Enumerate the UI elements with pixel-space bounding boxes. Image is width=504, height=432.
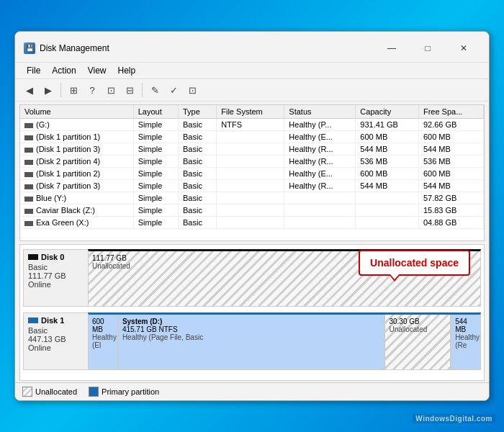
legend-primary-label: Primary partition — [102, 387, 159, 396]
disk-0-size: 111.77 GB — [28, 271, 84, 280]
maximize-button[interactable]: □ — [411, 37, 444, 59]
toolbar: ◀ ▶ ⊞ ? ⊡ ⊟ ✎ ✓ ⊡ — [15, 79, 489, 102]
minimize-button[interactable]: — — [375, 37, 408, 59]
disk-0-name: Disk 0 — [41, 253, 64, 261]
format-button[interactable]: ✎ — [146, 82, 163, 98]
menu-view[interactable]: View — [82, 64, 112, 77]
disk-visual-container: Unallocated space Disk 0 Basic 111.77 GB — [19, 244, 485, 381]
back-button[interactable]: ◀ — [21, 82, 38, 98]
col-volume: Volume — [20, 105, 133, 119]
table-row[interactable]: Caviar Black (Z:) Simple Basic 15.83 GB — [20, 204, 484, 217]
window-controls: — □ ✕ — [375, 37, 480, 59]
legend-unallocated: Unallocated — [22, 387, 77, 397]
volume-table-area[interactable]: Volume Layout Type File System Status Ca… — [19, 104, 485, 241]
table-row[interactable]: Blue (Y:) Simple Basic 57.82 GB — [20, 192, 484, 204]
disk-1-partitions: 600 MB Healthy (El System (D:) 415.71 GB… — [88, 312, 481, 370]
callout-text: Unallocated space — [370, 257, 459, 269]
disk-1-label: Disk 1 Basic 447.13 GB Online — [23, 312, 88, 370]
delete-button[interactable]: ⊟ — [121, 82, 138, 98]
watermark: WindowsDigital.com — [413, 414, 495, 423]
menu-file[interactable]: File — [21, 64, 46, 77]
disk-management-window: 💾 Disk Management — □ ✕ File Action View… — [14, 31, 490, 401]
disk-0-label: Disk 0 Basic 111.77 GB Online — [23, 249, 88, 307]
toolbar-separator-1 — [60, 83, 61, 97]
disk-1-type: Basic — [28, 326, 84, 335]
col-free: Free Spa... — [418, 105, 483, 119]
disk-0-icon — [28, 254, 38, 260]
legend: Unallocated Primary partition — [15, 382, 489, 400]
disk-1-part-1[interactable]: 600 MB Healthy (El — [89, 315, 119, 369]
col-filesystem: File System — [217, 105, 284, 119]
volume-table: Volume Layout Type File System Status Ca… — [20, 105, 484, 229]
disk-1-part-3[interactable]: 544 MB Healthy (Re — [451, 315, 480, 369]
table-row[interactable]: (Disk 1 partition 2) Simple Basic Health… — [20, 168, 484, 180]
disk-0-status: Online — [28, 280, 84, 289]
legend-unalloc-box — [22, 387, 32, 397]
disk-1-part-2[interactable]: System (D:) 415.71 GB NTFS Healthy (Page… — [119, 315, 386, 369]
disk-1-unallocated[interactable]: 30.30 GB Unallocated — [385, 315, 451, 369]
legend-unalloc-label: Unallocated — [35, 387, 77, 396]
table-row[interactable]: (G:) Simple Basic NTFS Healthy (P... 931… — [20, 119, 484, 131]
table-row[interactable]: Exa Green (X:) Simple Basic 04.88 GB — [20, 217, 484, 229]
disk-1-status: Online — [28, 343, 84, 352]
check-button[interactable]: ✓ — [165, 82, 182, 98]
window-title: Disk Management — [40, 43, 109, 53]
expand-button[interactable]: ⊡ — [184, 82, 201, 98]
close-button[interactable]: ✕ — [447, 37, 480, 59]
table-row[interactable]: (Disk 1 partition 1) Simple Basic Health… — [20, 131, 484, 143]
table-row[interactable]: (Disk 1 partition 3) Simple Basic Health… — [20, 143, 484, 156]
menu-action[interactable]: Action — [46, 64, 81, 77]
legend-primary: Primary partition — [89, 387, 159, 397]
legend-primary-box — [89, 387, 99, 397]
main-content: Volume Layout Type File System Status Ca… — [15, 102, 489, 400]
col-layout: Layout — [133, 105, 178, 119]
table-row[interactable]: (Disk 7 partition 3) Simple Basic Health… — [20, 180, 484, 192]
properties-button[interactable]: ⊞ — [65, 82, 82, 98]
table-row[interactable]: (Disk 2 partition 4) Simple Basic Health… — [20, 156, 484, 168]
disk-1-icon — [28, 318, 38, 323]
menu-help[interactable]: Help — [112, 64, 142, 77]
disk-1-name: Disk 1 — [41, 316, 64, 325]
menu-bar: File Action View Help — [15, 63, 489, 79]
disk-1-size: 447.13 GB — [28, 335, 84, 343]
callout-box: Unallocated space — [359, 250, 470, 276]
forward-button[interactable]: ▶ — [40, 82, 57, 98]
app-icon: 💾 — [24, 42, 35, 54]
col-type: Type — [178, 105, 216, 119]
disk-1-row: Disk 1 Basic 447.13 GB Online 600 MB Hea… — [23, 312, 481, 370]
title-bar: 💾 Disk Management — □ ✕ — [15, 32, 489, 63]
col-capacity: Capacity — [356, 105, 419, 119]
help-button[interactable]: ? — [84, 82, 101, 98]
disk-0-type: Basic — [28, 263, 84, 271]
title-bar-left: 💾 Disk Management — [24, 42, 109, 54]
toolbar-separator-2 — [142, 83, 143, 97]
col-status: Status — [284, 105, 356, 119]
callout-arrow-inner — [390, 274, 400, 279]
new-volume-button[interactable]: ⊡ — [102, 82, 120, 98]
